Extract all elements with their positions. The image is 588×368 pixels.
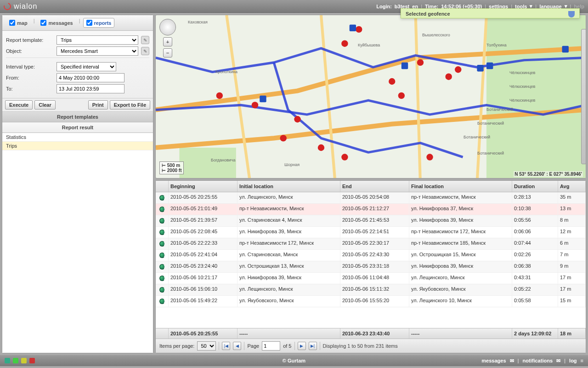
tab-reports-check[interactable] — [86, 20, 92, 26]
bottom-notifications[interactable]: notifications — [523, 358, 553, 363]
foot-final: ----- — [409, 328, 512, 339]
cell-final: пр-т Независимости 172, Минск — [409, 227, 512, 238]
cell-duration: 0:43:31 — [512, 273, 558, 284]
next-page-button[interactable]: ▶ — [298, 342, 306, 350]
table-row[interactable]: 2010-05-06 15:49:22ул. Якубовского, Минс… — [156, 296, 586, 307]
cell-initial: ул. Острошицкая 13, Минск — [237, 261, 340, 272]
cell-duration: 0:02:26 — [512, 250, 558, 261]
to-label: To: — [6, 86, 57, 92]
company-label: © Gurtam — [283, 358, 305, 363]
cell-end: 2010-05-06 15:55:20 — [340, 296, 409, 307]
zoom-in-button[interactable]: + — [163, 37, 172, 46]
cell-final: пр-т Независимости, Минск — [409, 192, 512, 203]
cell-avg: 35 m — [558, 192, 586, 203]
execute-button[interactable]: Execute — [5, 100, 33, 109]
svg-point-5 — [341, 40, 348, 47]
logo: wialon — [4, 2, 37, 11]
from-label: From: — [6, 75, 57, 80]
map-view[interactable]: Каховская Куйбышева Вышелесского Толбухи… — [155, 15, 586, 178]
svg-point-10 — [445, 74, 452, 80]
status-icon-1[interactable] — [5, 358, 10, 363]
print-button[interactable]: Print — [88, 100, 108, 109]
map-tool-strip[interactable] — [581, 29, 586, 164]
col-avg[interactable]: Avg — [558, 181, 586, 192]
from-input[interactable] — [57, 73, 124, 82]
cell-initial: пр-т Независимости, Минск — [237, 204, 340, 215]
col-final[interactable]: Final location — [409, 181, 512, 192]
cell-end: 2010-05-05 23:31:18 — [340, 261, 409, 272]
cell-beginning: 2010-05-05 23:24:40 — [169, 261, 237, 272]
export-button[interactable]: Export to File — [110, 100, 150, 109]
result-panel-head[interactable]: Report result — [2, 122, 153, 133]
svg-rect-0 — [486, 15, 586, 178]
template-select[interactable]: Trips — [57, 35, 138, 45]
col-marker — [156, 181, 169, 192]
col-duration[interactable]: Duration — [512, 181, 558, 192]
col-end[interactable]: End — [340, 181, 409, 192]
template-edit-icon[interactable]: ✎ — [141, 36, 149, 44]
svg-point-4 — [294, 116, 300, 122]
svg-point-2 — [216, 92, 223, 99]
interval-select[interactable]: Specified interval — [57, 62, 116, 71]
log-icon[interactable]: ≡ — [581, 358, 583, 363]
cell-end: 2010-05-06 15:11:32 — [340, 284, 409, 295]
results-body[interactable]: 2010-05-05 20:25:55ул. Лещинского, Минск… — [156, 192, 586, 328]
templates-panel-head[interactable]: Report templates — [2, 112, 153, 122]
cell-beginning: 2010-05-05 22:22:33 — [169, 238, 237, 249]
cell-end: 2010-05-05 21:45:53 — [340, 215, 409, 226]
mail-icon[interactable]: ✉ — [510, 358, 514, 364]
table-row[interactable]: 2010-05-05 20:25:55ул. Лещинского, Минск… — [156, 192, 586, 204]
table-row[interactable]: 2010-05-05 22:41:04ул. Стариновская, Мин… — [156, 250, 586, 261]
table-row[interactable]: 2010-05-05 21:39:57ул. Стариновская 4, М… — [156, 215, 586, 227]
table-row[interactable]: 2010-05-05 21:01:49пр-т Независимости, М… — [156, 204, 586, 215]
svg-rect-16 — [350, 25, 356, 31]
bell-icon[interactable]: ✉ — [556, 358, 560, 364]
to-input[interactable] — [57, 84, 124, 93]
table-row[interactable]: 2010-05-05 22:22:33пр-т Независимости 17… — [156, 238, 586, 250]
svg-point-8 — [398, 92, 405, 99]
prev-page-button[interactable]: ◀ — [233, 342, 241, 350]
object-select[interactable]: Mercedes Smart — [57, 46, 138, 56]
page-input[interactable] — [262, 341, 280, 351]
list-item-statistics[interactable]: Statistics — [2, 133, 153, 142]
status-icon-4[interactable] — [29, 358, 35, 363]
col-beginning[interactable]: Beginning — [169, 181, 237, 192]
table-row[interactable]: 2010-05-06 10:21:17ул. Никифорова 39, Ми… — [156, 273, 586, 284]
map-canvas[interactable] — [156, 15, 586, 178]
clear-button[interactable]: Clear — [34, 100, 56, 109]
col-initial[interactable]: Initial location — [237, 181, 340, 192]
table-row[interactable]: 2010-05-05 23:24:40ул. Острошицкая 13, М… — [156, 261, 586, 273]
cell-initial: ул. Никифорова 39, Минск — [237, 273, 340, 284]
last-page-button[interactable]: ▶| — [309, 342, 317, 350]
ipp-select[interactable]: 50 — [197, 341, 216, 351]
pager-summary: Displaying 1 to 50 from 231 items — [323, 343, 398, 349]
shield-icon — [568, 11, 575, 17]
cell-beginning: 2010-05-05 20:25:55 — [169, 192, 237, 203]
table-row[interactable]: 2010-05-05 22:08:45ул. Никифорова 39, Ми… — [156, 227, 586, 238]
table-row[interactable]: 2010-05-06 15:06:10ул. Лещинского, Минск… — [156, 284, 586, 296]
bottom-messages[interactable]: messages — [481, 358, 506, 363]
tab-map-check[interactable] — [9, 20, 15, 26]
status-icon-3[interactable] — [21, 358, 27, 363]
cell-end: 2010-05-05 22:14:51 — [340, 227, 409, 238]
foot-avg: 18 m — [558, 328, 586, 339]
tab-messages-check[interactable] — [40, 20, 46, 26]
tab-messages[interactable]: messages — [37, 18, 76, 28]
tab-map[interactable]: map — [6, 18, 31, 28]
cell-avg: 15 m — [558, 296, 586, 307]
bottom-log[interactable]: log — [569, 358, 577, 363]
cell-final: ул. Острошицкая 15, Минск — [409, 250, 512, 261]
first-page-button[interactable]: |◀ — [222, 342, 230, 350]
cell-beginning: 2010-05-06 15:49:22 — [169, 296, 237, 307]
object-edit-icon[interactable]: ✎ — [141, 47, 149, 55]
cell-initial: пр-т Независимости 172, Минск — [237, 238, 340, 249]
foot-end: 2010-06-23 23:43:40 — [340, 328, 409, 339]
foot-beginning: 2010-05-05 20:25:55 — [169, 328, 237, 339]
tab-reports[interactable]: reports — [83, 18, 115, 28]
list-item-trips[interactable]: Trips — [2, 142, 153, 150]
foot-duration: 2 days 12:09:02 — [512, 328, 558, 339]
cell-end: 2010-05-05 22:43:30 — [340, 250, 409, 261]
pan-control[interactable] — [159, 19, 176, 35]
zoom-out-button[interactable]: − — [163, 48, 172, 58]
status-icon-2[interactable] — [13, 358, 18, 363]
